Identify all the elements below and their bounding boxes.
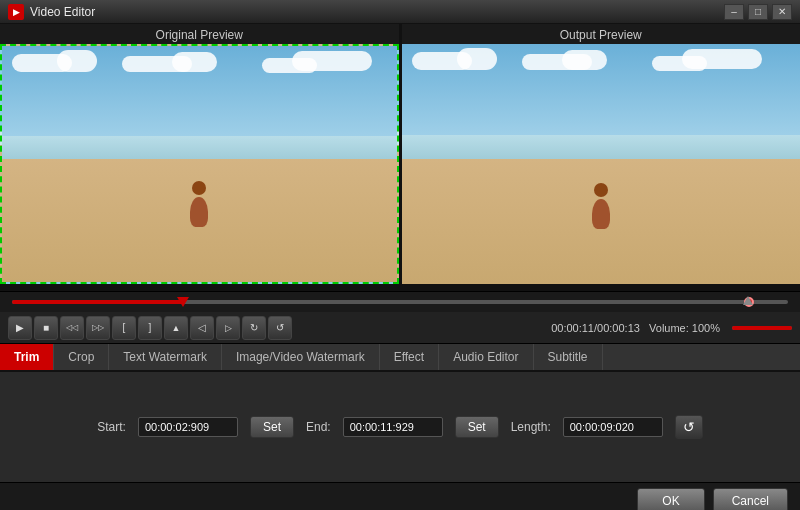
tab-image-video-watermark[interactable]: Image/Video Watermark (222, 344, 380, 370)
tab-crop[interactable]: Crop (54, 344, 109, 370)
output-video-frame (402, 44, 801, 284)
original-preview-panel: Original Preview (0, 24, 399, 291)
close-button[interactable]: ✕ (772, 4, 792, 20)
output-preview-panel: Output Preview (402, 24, 801, 291)
controls-bar: ▶ ■ ◁◁ ▷▷ [ ] ▲ ◁ ▷ ↻ ↺ 00:00:11/00:00:1… (0, 312, 800, 344)
figure-left (190, 181, 208, 227)
title-bar: ▶ Video Editor – □ ✕ (0, 0, 800, 24)
refresh-button[interactable]: ↺ (675, 415, 703, 439)
end-label: End: (306, 420, 331, 434)
output-preview-label: Output Preview (402, 24, 801, 44)
mark-in-button[interactable]: [ (112, 316, 136, 340)
set-start-button[interactable]: Set (250, 416, 294, 438)
split-button[interactable]: ▲ (164, 316, 188, 340)
preview-area: Original Preview Ou (0, 24, 800, 292)
timeline-bar[interactable] (0, 292, 800, 312)
stop-button[interactable]: ■ (34, 316, 58, 340)
bottom-bar: OK Cancel (0, 482, 800, 510)
set-end-button[interactable]: Set (455, 416, 499, 438)
length-input (563, 417, 663, 437)
rotate-button[interactable]: ↻ (242, 316, 266, 340)
scrubber-track[interactable] (12, 300, 788, 304)
rewind-button[interactable]: ◁◁ (60, 316, 84, 340)
cancel-button[interactable]: Cancel (713, 488, 788, 511)
length-label: Length: (511, 420, 551, 434)
tabs-bar: Trim Crop Text Watermark Image/Video Wat… (0, 344, 800, 372)
trim-controls: Start: Set End: Set Length: ↺ (97, 415, 702, 439)
mark-out-button[interactable]: ] (138, 316, 162, 340)
original-preview-label: Original Preview (0, 24, 399, 44)
output-video (402, 44, 801, 284)
volume-slider[interactable] (732, 326, 792, 330)
end-input[interactable] (343, 417, 443, 437)
start-label: Start: (97, 420, 126, 434)
undo-button[interactable]: ↺ (268, 316, 292, 340)
tab-subtitle[interactable]: Subtitle (534, 344, 603, 370)
scrubber-right-arrow (743, 296, 753, 305)
trim-content-area: Start: Set End: Set Length: ↺ (0, 372, 800, 482)
tab-text-watermark[interactable]: Text Watermark (109, 344, 222, 370)
tab-trim[interactable]: Trim (0, 344, 54, 370)
scrubber-left-thumb[interactable] (177, 297, 189, 307)
volume-control[interactable] (728, 326, 792, 330)
app-icon: ▶ (8, 4, 24, 20)
original-video (0, 44, 399, 284)
tab-audio-editor[interactable]: Audio Editor (439, 344, 533, 370)
tab-effect[interactable]: Effect (380, 344, 439, 370)
maximize-button[interactable]: □ (748, 4, 768, 20)
fast-forward-button[interactable]: ▷▷ (86, 316, 110, 340)
ok-button[interactable]: OK (637, 488, 704, 511)
window-title: Video Editor (30, 5, 724, 19)
window-controls: – □ ✕ (724, 4, 792, 20)
prev-frame-button[interactable]: ◁ (190, 316, 214, 340)
figure-right (592, 183, 610, 229)
minimize-button[interactable]: – (724, 4, 744, 20)
time-display: 00:00:11/00:00:13 Volume: 100% (551, 322, 720, 334)
scrubber-progress (12, 300, 183, 304)
original-video-frame (0, 44, 399, 284)
play-button[interactable]: ▶ (8, 316, 32, 340)
next-frame-button[interactable]: ▷ (216, 316, 240, 340)
start-input[interactable] (138, 417, 238, 437)
volume-fill (732, 326, 792, 330)
